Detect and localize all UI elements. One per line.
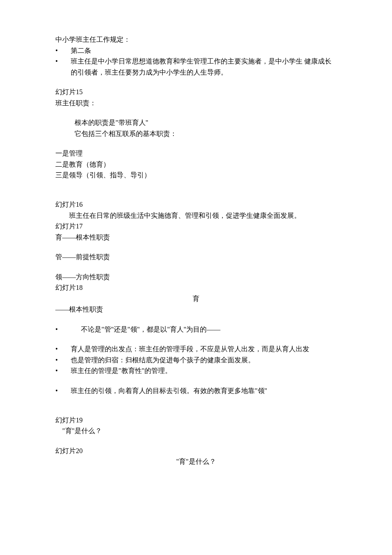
slide15-label: 幻灯片15 <box>55 87 337 98</box>
bullet-char: • <box>55 56 71 78</box>
slide15-item: 三是领导（引领、指导、导引） <box>55 170 337 181</box>
slide19-label: 幻灯片19 <box>55 415 337 426</box>
document-body: 中小学班主任工作规定： • 第二条 • 班主任是中小学日常思想道德教育和学生管理… <box>55 34 337 467</box>
slide18-bullet-row: • 班主任的引领，向着育人的目标去引领。有效的教育更多地靠"领" <box>55 385 337 396</box>
bullet-text: 班主任的引领，向着育人的目标去引领。有效的教育更多地靠"领" <box>71 385 337 396</box>
bullet-char: • <box>55 365 71 376</box>
header-title: 中小学班主任工作规定： <box>55 34 337 45</box>
bullet-text: 班主任是中小学日常思想道德教育和学生管理工作的主要实施者，是中小学生 健康成长的… <box>71 56 337 78</box>
header-bullet-row: • 第二条 <box>55 45 337 56</box>
slide16-label: 幻灯片16 <box>55 199 337 210</box>
bullet-char: • <box>55 344 71 355</box>
slide15-sub1: 根本的职责是"带班育人" <box>55 117 337 128</box>
slide18-sub: ——根本性职责 <box>55 304 337 315</box>
bullet-char: • <box>55 385 71 396</box>
slide18-bullet-row: • 也是管理的归宿：归根结底为促进每个孩子的健康全面发展。 <box>55 355 337 366</box>
bullet-text: 育人是管理的出发点：班主任的管理手段，不应是从管人出发，而是从育人出发 <box>71 344 337 355</box>
slide18-bullet-row: • 育人是管理的出发点：班主任的管理手段，不应是从管人出发，而是从育人出发 <box>55 344 337 355</box>
slide19-text-content: "育"是什么？ <box>62 427 102 434</box>
slide18-label: 幻灯片18 <box>55 282 337 293</box>
slide15-item: 一是管理 <box>55 148 337 159</box>
slide18-bullet-row: • 班主任的管理是"教育性"的管理。 <box>55 365 337 376</box>
bullet-text: 班主任的管理是"教育性"的管理。 <box>71 365 337 376</box>
slide20-label: 幻灯片20 <box>55 445 337 457</box>
slide16-text: 班主任在日常的班级生活中实施德育、管理和引领，促进学生健康全面发展。 <box>55 210 337 221</box>
slide18-center-title: 育 <box>55 293 337 304</box>
slide15-title: 班主任职责： <box>55 98 337 109</box>
slide17-label: 幻灯片17 <box>55 221 337 232</box>
bullet-char: • <box>55 45 71 56</box>
bullet-text: 不论是"管"还是"领"，都是以"育人"为目的—— <box>71 324 337 335</box>
header-bullet-row: • 班主任是中小学日常思想道德教育和学生管理工作的主要实施者，是中小学生 健康成… <box>55 56 337 78</box>
slide15-sub2: 它包括三个相互联系的基本职责： <box>55 128 337 139</box>
slide17-item: 领——方向性职责 <box>55 272 337 283</box>
slide15-item: 二是教育（德育） <box>55 159 337 170</box>
bullet-char: • <box>55 324 71 335</box>
bullet-text: 也是管理的归宿：归根结底为促进每个孩子的健康全面发展。 <box>71 355 337 366</box>
bullet-text: 第二条 <box>71 45 337 56</box>
bullet-char: • <box>55 355 71 366</box>
slide17-item: 管——前提性职责 <box>55 251 337 263</box>
slide16-text-content: 班主任在日常的班级生活中实施德育、管理和引领，促进学生健康全面发展。 <box>69 212 301 219</box>
slide20-center-text: "育"是什么？ <box>55 456 337 467</box>
slide17-item: 育——根本性职责 <box>55 232 337 243</box>
slide18-bullet-row: • 不论是"管"还是"领"，都是以"育人"为目的—— <box>55 324 337 335</box>
slide19-text: "育"是什么？ <box>55 425 337 436</box>
